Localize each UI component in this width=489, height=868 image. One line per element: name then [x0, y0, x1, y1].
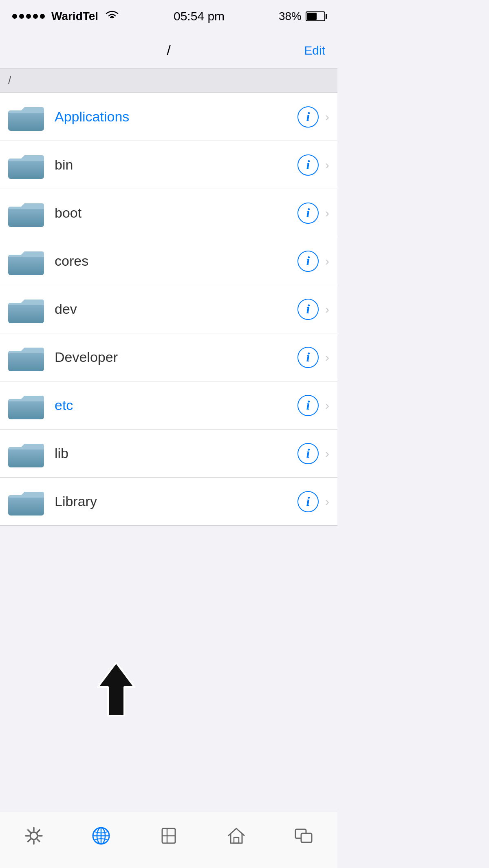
signal-dots [12, 14, 45, 19]
folder-icon [8, 150, 45, 180]
home-icon [227, 826, 246, 846]
carrier-label: WaridTel [51, 10, 98, 23]
file-name: cores [55, 253, 297, 269]
status-time: 05:54 pm [174, 9, 225, 23]
file-name: Developer [55, 349, 297, 365]
edit-button[interactable]: Edit [304, 44, 325, 57]
svg-rect-28 [301, 833, 312, 842]
folder-icon [8, 487, 45, 516]
svg-line-15 [28, 830, 30, 832]
svg-line-17 [37, 830, 40, 832]
list-item[interactable]: Developer i › [0, 333, 337, 381]
svg-marker-9 [98, 663, 134, 716]
svg-rect-7 [8, 447, 44, 467]
svg-rect-1 [8, 159, 44, 179]
chevron-icon: › [325, 495, 329, 509]
svg-rect-6 [8, 399, 44, 419]
info-button[interactable]: i [297, 299, 319, 320]
file-name: dev [55, 301, 297, 317]
svg-line-18 [28, 839, 30, 842]
tab-windows[interactable] [270, 811, 337, 860]
file-name: Library [55, 493, 297, 509]
chevron-icon: › [325, 399, 329, 412]
file-name: bin [55, 157, 297, 173]
file-name: lib [55, 445, 297, 461]
tab-settings[interactable] [0, 811, 68, 860]
folder-icon [8, 102, 45, 132]
list-item[interactable]: boot i › [0, 189, 337, 237]
scroll-down-arrow [90, 659, 143, 721]
folder-icon [8, 439, 45, 468]
file-list: Applications i › bin i › [0, 93, 337, 526]
info-button[interactable]: i [297, 347, 319, 368]
svg-rect-2 [8, 207, 44, 227]
svg-rect-8 [8, 495, 44, 516]
info-button[interactable]: i [297, 203, 319, 224]
nav-title: / [167, 42, 170, 58]
list-item[interactable]: etc i › [0, 381, 337, 430]
list-item[interactable]: Library i › [0, 478, 337, 526]
folder-icon [8, 198, 45, 228]
folder-icon [8, 247, 45, 276]
chevron-icon: › [325, 206, 329, 220]
file-name: boot [55, 205, 297, 221]
chevron-icon: › [325, 447, 329, 460]
svg-rect-26 [234, 837, 239, 843]
info-button[interactable]: i [297, 395, 319, 416]
status-left: WaridTel [12, 9, 119, 24]
folder-icon [8, 295, 45, 324]
navigation-bar: / Edit [0, 33, 337, 68]
file-name: etc [55, 397, 297, 413]
chevron-icon: › [325, 254, 329, 268]
list-item[interactable]: cores i › [0, 237, 337, 285]
svg-rect-4 [8, 303, 44, 323]
status-right: 38% [279, 10, 325, 23]
globe-icon [91, 826, 111, 846]
tab-home[interactable] [203, 811, 270, 860]
tab-bar [0, 811, 337, 868]
svg-line-16 [37, 839, 40, 842]
battery-icon [306, 11, 325, 21]
list-item[interactable]: Applications i › [0, 93, 337, 141]
svg-rect-3 [8, 255, 44, 275]
svg-point-10 [30, 832, 37, 839]
chevron-icon: › [325, 350, 329, 364]
info-button[interactable]: i [297, 443, 319, 464]
file-name: Applications [55, 109, 297, 125]
battery-percent: 38% [279, 10, 302, 23]
list-item[interactable]: bin i › [0, 141, 337, 189]
folder-icon [8, 343, 45, 372]
list-item[interactable]: lib i › [0, 430, 337, 478]
chevron-icon: › [325, 158, 329, 172]
gear-icon [24, 826, 44, 846]
folder-icon [8, 391, 45, 420]
wifi-icon [105, 9, 119, 24]
chevron-icon: › [325, 110, 329, 124]
tab-bookmarks[interactable] [135, 811, 203, 860]
svg-rect-5 [8, 351, 44, 371]
svg-rect-0 [8, 110, 44, 131]
windows-icon [294, 826, 313, 846]
info-button[interactable]: i [297, 251, 319, 272]
info-button[interactable]: i [297, 106, 319, 128]
status-bar: WaridTel 05:54 pm 38% [0, 0, 337, 33]
tab-browser[interactable] [68, 811, 135, 860]
book-icon [159, 826, 178, 846]
breadcrumb: / [0, 68, 337, 93]
info-button[interactable]: i [297, 491, 319, 512]
info-button[interactable]: i [297, 154, 319, 176]
chevron-icon: › [325, 302, 329, 316]
list-item[interactable]: dev i › [0, 285, 337, 333]
